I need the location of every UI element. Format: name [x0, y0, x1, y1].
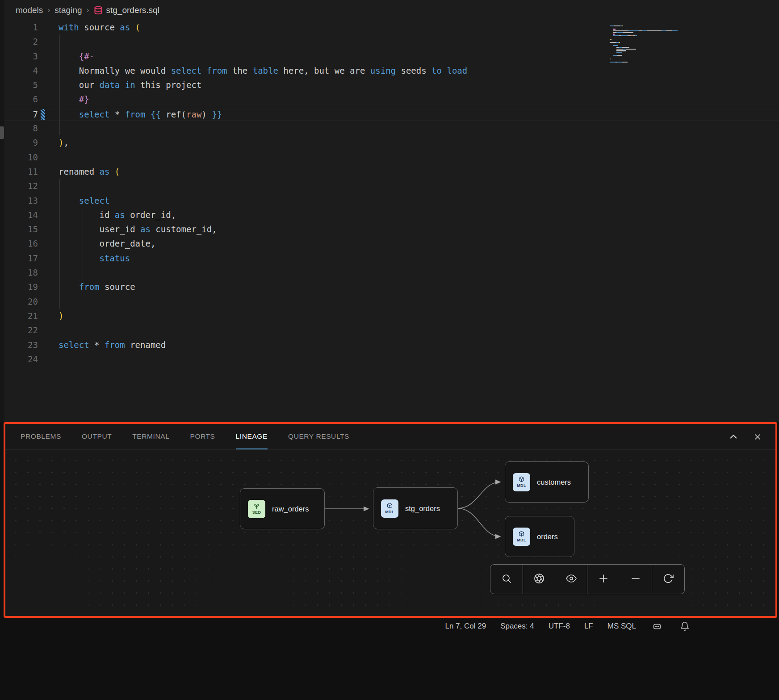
line-number: 6 — [4, 92, 38, 106]
code-text: status — [59, 251, 130, 265]
code-line[interactable]: 6 #} — [4, 92, 779, 106]
code-line[interactable]: 10 — [4, 150, 779, 164]
status-item-utf-8[interactable]: UTF-8 — [549, 622, 570, 631]
copilot-icon — [652, 621, 662, 631]
code-line[interactable]: 16 order_date, — [4, 236, 779, 251]
refresh-button[interactable] — [652, 565, 684, 594]
indent-guide — [59, 179, 60, 309]
code-line[interactable]: 23select * from renamed — [4, 338, 779, 352]
code-line[interactable]: 12 — [4, 179, 779, 193]
gutter-decoration — [38, 265, 59, 280]
status-bar: Ln 7, Col 29Spaces: 4UTF-8LFMS SQL — [0, 620, 779, 633]
database-icon — [94, 6, 103, 15]
zoom-in-button[interactable] — [587, 565, 620, 594]
code-line[interactable]: 24 — [4, 352, 779, 366]
gutter-decoration — [38, 107, 59, 121]
code-line[interactable]: 11renamed as ( — [4, 164, 779, 179]
code-editor[interactable]: 1with source as (23 {#-4 Normally we wou… — [4, 20, 779, 422]
code-text: renamed as ( — [59, 164, 120, 179]
breadcrumb: models › staging › stg_orders.sql — [4, 0, 779, 20]
gutter-decoration — [38, 63, 59, 78]
chevron-up-icon — [729, 432, 738, 441]
code-text: Normally we would select from the table … — [59, 63, 467, 78]
code-line[interactable]: 20 — [4, 294, 779, 309]
minimap-line — [610, 63, 688, 64]
code-text: ) — [59, 309, 63, 323]
breadcrumb-item-staging[interactable]: staging — [54, 5, 82, 15]
line-number: 20 — [4, 294, 38, 309]
line-number: 13 — [4, 193, 38, 208]
minimap-line — [610, 45, 688, 46]
zoom-out-button[interactable] — [620, 565, 652, 594]
line-number: 10 — [4, 150, 38, 164]
model-cube-icon: MDL — [513, 473, 530, 491]
minimap-line — [610, 57, 688, 58]
code-line[interactable]: 9), — [4, 135, 779, 150]
line-number: 3 — [4, 49, 38, 63]
minimap-line — [610, 44, 688, 45]
status-item-lf[interactable]: LF — [584, 622, 593, 631]
tab-query-results[interactable]: QUERY RESULTS — [288, 424, 349, 449]
lineage-node-orders[interactable]: MDL orders — [505, 516, 574, 557]
code-line[interactable]: 4 Normally we would select from the tabl… — [4, 63, 779, 78]
code-lines: 1with source as (23 {#-4 Normally we wou… — [4, 20, 779, 366]
lineage-graph[interactable]: SED raw_orders MDL stg_orders MDL custom… — [5, 450, 775, 616]
status-item-spaces-4[interactable]: Spaces: 4 — [500, 622, 534, 631]
breadcrumb-item-models[interactable]: models — [16, 5, 43, 15]
gutter-decoration — [38, 164, 59, 179]
close-panel-button[interactable] — [751, 431, 764, 443]
breadcrumb-file[interactable]: stg_orders.sql — [94, 5, 159, 15]
status-item-ln-7-col-29[interactable]: Ln 7, Col 29 — [445, 622, 486, 631]
minimap-line — [610, 54, 688, 54]
code-line[interactable]: 21) — [4, 309, 779, 323]
tab-lineage[interactable]: LINEAGE — [236, 424, 268, 449]
minimap-line — [610, 27, 688, 28]
code-line[interactable]: 17 status — [4, 251, 779, 265]
indent-guide — [83, 208, 83, 280]
close-icon — [753, 432, 762, 441]
status-item-ms-sql[interactable]: MS SQL — [607, 622, 636, 631]
node-badge: MDL — [385, 510, 394, 514]
breadcrumb-file-name: stg_orders.sql — [106, 5, 159, 15]
copilot-button[interactable] — [650, 620, 664, 633]
code-line[interactable]: 19 from source — [4, 280, 779, 294]
code-line[interactable]: 7 select * from {{ ref(raw) }} — [4, 107, 779, 121]
tab-ports[interactable]: PORTS — [190, 424, 215, 449]
code-line[interactable]: 13 select — [4, 193, 779, 208]
left-gutter-strip — [0, 0, 4, 422]
code-line[interactable]: 15 user_id as customer_id, — [4, 222, 779, 236]
minimap[interactable] — [610, 25, 688, 65]
lineage-node-raw-orders[interactable]: SED raw_orders — [240, 488, 325, 529]
gutter-decoration — [38, 179, 59, 193]
aperture-button[interactable] — [523, 565, 555, 594]
gutter-decoration — [38, 280, 59, 294]
minimap-line — [610, 34, 688, 34]
collapse-panel-button[interactable] — [727, 431, 740, 443]
visibility-button[interactable] — [555, 565, 587, 594]
search-button[interactable] — [490, 565, 523, 594]
minimap-line — [610, 49, 688, 50]
code-line[interactable]: 18 — [4, 265, 779, 280]
search-icon — [501, 573, 512, 585]
lineage-node-customers[interactable]: MDL customers — [505, 461, 589, 503]
minimap-line — [610, 25, 688, 26]
sidebar-handle[interactable] — [0, 126, 4, 139]
lineage-node-stg-orders[interactable]: MDL stg_orders — [373, 487, 458, 529]
code-line[interactable]: 5 our data in this project — [4, 78, 779, 92]
chevron-right-icon: › — [47, 5, 50, 15]
gutter-decoration — [38, 222, 59, 236]
bell-icon — [680, 621, 690, 631]
tab-output[interactable]: OUTPUT — [82, 424, 112, 449]
tab-problems[interactable]: PROBLEMS — [21, 424, 61, 449]
code-line[interactable]: 14 id as order_id, — [4, 208, 779, 222]
line-number: 17 — [4, 251, 38, 265]
code-line[interactable]: 22 — [4, 323, 779, 337]
code-line[interactable]: 8 — [4, 121, 779, 135]
notifications-button[interactable] — [678, 620, 691, 633]
code-text: select * from {{ ref(raw) }} — [59, 107, 222, 121]
gutter-decoration — [38, 78, 59, 92]
minimap-line — [610, 40, 688, 41]
tab-terminal[interactable]: TERMINAL — [132, 424, 169, 449]
gutter-decoration — [38, 150, 59, 164]
gutter-decoration — [38, 236, 59, 251]
